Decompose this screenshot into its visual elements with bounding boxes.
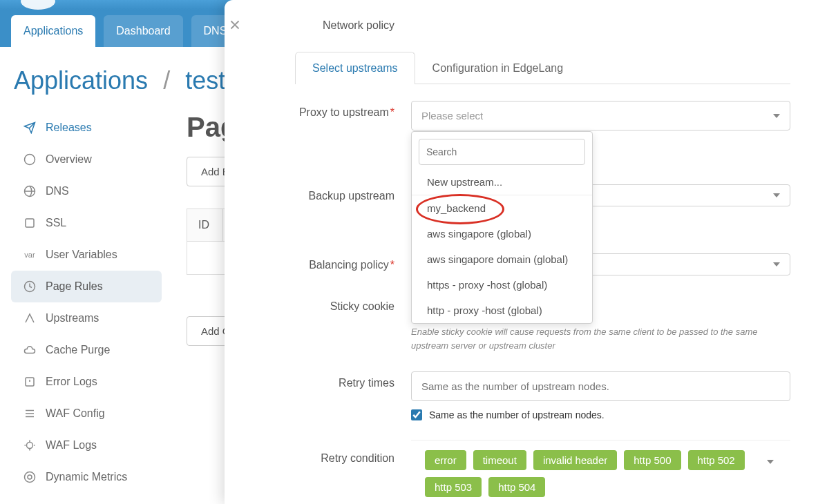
sidebar-item-ssl[interactable]: SSL [11,207,162,239]
tab-applications[interactable]: Applications [11,15,95,47]
certificate-icon [23,217,36,229]
chevron-down-icon [773,193,780,197]
sidebar-label: Dynamic Metrics [46,471,127,483]
sub-tab-select-upstreams[interactable]: Select upstreams [295,52,415,84]
svg-point-5 [27,443,33,449]
upstream-icon [23,312,36,324]
tag-http-503[interactable]: http 503 [425,477,482,497]
list-icon [23,407,36,420]
sidebar-item-overview[interactable]: Overview [11,144,162,175]
close-button[interactable] [222,12,247,37]
tag-error[interactable]: error [425,450,466,470]
retry-times-label: Retry times [273,371,411,389]
sidebar-item-waf-config[interactable]: WAF Config [11,398,162,429]
sticky-help-text: Enable sticky cookie will cause requests… [411,325,790,352]
network-policy-label: Network policy [273,14,411,32]
sidebar: Releases Overview DNS SSL var User Varia… [0,112,173,493]
chevron-down-icon[interactable] [764,452,777,469]
breadcrumb-sep: / [163,66,170,95]
breadcrumb-root[interactable]: Applications [14,66,148,95]
backup-label: Backup upstream [273,184,411,202]
metrics-icon [23,471,36,483]
tab-dashboard[interactable]: Dashboard [104,15,182,47]
sidebar-item-waf-logs[interactable]: WAF Logs [11,429,162,461]
sidebar-item-page-rules[interactable]: Page Rules [11,271,162,302]
globe-icon [23,185,36,197]
sidebar-label: Error Logs [46,376,97,388]
proxy-dropdown: New upstream... my_backend aws singapore… [411,131,593,324]
tag-invalid-header[interactable]: invalid header [533,450,617,470]
sidebar-label: Releases [46,122,92,134]
retry-checkbox-label: Same as the number of upstream nodes. [429,409,605,420]
clock-icon [23,280,36,293]
sidebar-item-dynamic-metrics[interactable]: Dynamic Metrics [11,461,162,493]
cloud-icon [23,344,36,356]
sidebar-item-dns[interactable]: DNS [11,175,162,207]
sidebar-label: Cache Purge [46,344,110,356]
sidebar-label: Overview [46,153,92,166]
tag-http-502[interactable]: http 502 [688,450,745,470]
dropdown-item-my-backend[interactable]: my_backend [412,195,592,221]
retry-condition-label: Retry condition [273,440,411,465]
svg-point-6 [25,472,35,483]
dropdown-item-new[interactable]: New upstream... [412,172,592,195]
retry-same-checkbox[interactable] [411,409,422,420]
proxy-select-value: Please select [421,110,483,122]
sidebar-label: Upstreams [46,312,99,324]
svg-point-7 [28,475,32,479]
svg-point-0 [25,155,35,165]
balancing-label: Balancing policy* [273,253,411,271]
proxy-label: Proxy to upstream* [273,101,411,119]
tag-http-504[interactable]: http 504 [488,477,545,497]
svg-rect-2 [26,219,34,227]
dropdown-search-input[interactable] [419,139,585,165]
sidebar-label: DNS [46,185,69,197]
circle-question-icon [23,153,36,166]
bug-icon [23,439,36,452]
sidebar-label: WAF Logs [46,439,97,452]
th-id: ID [187,209,223,241]
retry-times-input[interactable] [411,371,790,401]
tag-http-500[interactable]: http 500 [624,450,681,470]
tag-timeout[interactable]: timeout [473,450,526,470]
retry-tags[interactable]: error timeout invalid header http 500 ht… [411,440,790,504]
var-icon: var [23,249,36,261]
sidebar-item-user-variables[interactable]: var User Variables [11,239,162,271]
sidebar-item-cache-purge[interactable]: Cache Purge [11,334,162,366]
sub-tabs: Select upstreams Configuration in EdgeLa… [295,51,790,84]
sidebar-label: User Variables [46,249,117,261]
chevron-down-icon [773,114,780,118]
sidebar-item-releases[interactable]: Releases [11,112,162,144]
modal-panel: Network policy Select upstreams Configur… [225,0,818,504]
sidebar-label: WAF Config [46,407,105,420]
dropdown-item-aws-sg-domain[interactable]: aws singapore domain (global) [412,246,592,272]
sidebar-item-error-logs[interactable]: Error Logs [11,366,162,398]
sidebar-label: SSL [46,217,66,229]
dropdown-item-http-proxy[interactable]: http - proxy -host (global) [412,298,592,323]
dropdown-item-aws-sg[interactable]: aws singapore (global) [412,221,592,246]
logo [21,0,55,10]
sidebar-label: Page Rules [46,280,103,293]
sub-tab-config-edgelang[interactable]: Configuration in EdgeLang [415,52,580,84]
sticky-label: Sticky cookie [273,295,411,313]
paper-plane-icon [23,122,36,134]
dropdown-item-https-proxy[interactable]: https - proxy -host (global) [412,272,592,298]
alert-icon [23,376,36,388]
sidebar-item-upstreams[interactable]: Upstreams [11,302,162,334]
chevron-down-icon [773,262,780,266]
proxy-select[interactable]: Please select [411,101,790,130]
